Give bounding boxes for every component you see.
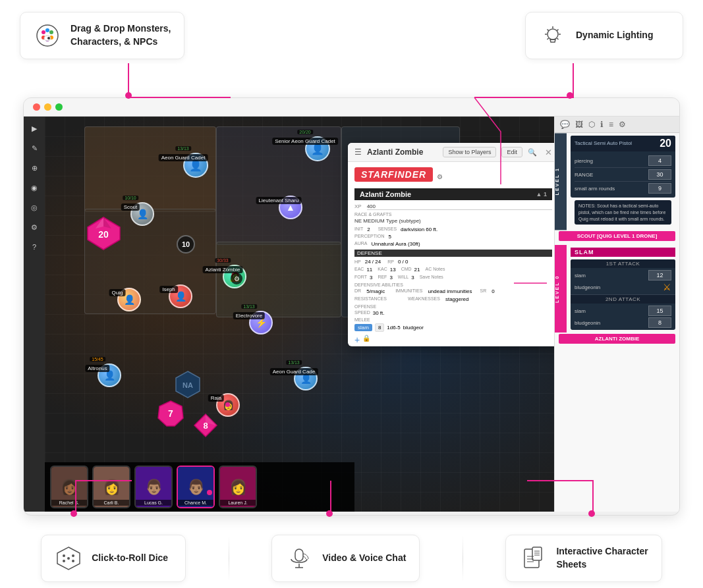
window-minimize-dot[interactable] bbox=[44, 103, 51, 111]
svg-point-33 bbox=[63, 560, 65, 562]
connector-dot-3 bbox=[70, 510, 77, 517]
token-icon: ⬡ bbox=[588, 120, 595, 129]
weapon-details: piercing RANGE small arm rounds bbox=[571, 151, 675, 198]
connector-dot-1 bbox=[125, 92, 132, 99]
divider-1 bbox=[229, 535, 229, 581]
notes-box: NOTES: Scout has a tactical semi-auto pi… bbox=[575, 200, 671, 225]
piercing-input[interactable] bbox=[648, 155, 671, 166]
char-sheet-panel: ☰ Azlanti Zombie Show to Players Edit 🔍 … bbox=[348, 143, 554, 346]
active-player-indicator bbox=[207, 490, 212, 495]
level-0-sidebar: LEVEL 0 bbox=[555, 245, 567, 333]
divider-2 bbox=[463, 535, 463, 581]
svg-text:7: 7 bbox=[168, 408, 173, 419]
dice-icon bbox=[55, 545, 82, 572]
bottom-features-bar: Click-to-Roll Dice Video & Voice Chat bbox=[0, 529, 703, 588]
attack-card: 1st ATTACK slam bludgeonin ⚔ bbox=[571, 259, 675, 330]
scout-drone-badge: SCOUT [QUIG LEVEL 1 DRONE] bbox=[559, 231, 675, 241]
ruler-tool[interactable]: ⊕ bbox=[28, 161, 41, 174]
player-carli[interactable]: 👩 Carli B. bbox=[92, 466, 130, 508]
svg-point-29 bbox=[63, 554, 65, 557]
circle-tool[interactable]: ◉ bbox=[28, 181, 41, 194]
drag-drop-label: Drag & Drop Monsters, Characters, & NPCs bbox=[70, 22, 171, 48]
char-sheet-icon bbox=[519, 545, 547, 572]
first-attack-header: 1st ATTACK bbox=[571, 259, 675, 268]
second-attack-input[interactable] bbox=[648, 306, 671, 316]
svg-line-16 bbox=[557, 38, 558, 40]
dice-d20-1[interactable]: 20 bbox=[86, 215, 122, 252]
left-toolbar: ▶ ✎ ⊕ ◉ ◎ ⚙ ? bbox=[24, 117, 45, 512]
player-rachel[interactable]: 👩🏾 Rachel S. bbox=[50, 466, 88, 508]
svg-point-1 bbox=[42, 30, 45, 34]
char-sheets-label: Interactive CharacterSheets bbox=[556, 545, 648, 571]
char-sheets-feature: Interactive CharacterSheets bbox=[505, 535, 661, 582]
azlanti-attack-section: LEVEL 0 SLAM 1st ATTACK slam bbox=[555, 245, 679, 333]
panel-close-btn[interactable]: ✕ bbox=[545, 147, 552, 157]
dynamic-lighting-label: Dynamic Lighting bbox=[576, 29, 653, 42]
range-input[interactable] bbox=[648, 169, 671, 180]
click-to-roll-label: Click-to-Roll Dice bbox=[92, 552, 168, 565]
lightbulb-icon bbox=[539, 22, 567, 49]
list-icon: ≡ bbox=[609, 120, 613, 129]
settings-tool[interactable]: ⚙ bbox=[28, 221, 41, 234]
azlanti-attack-content: SLAM 1st ATTACK slam bludgeonin bbox=[567, 245, 679, 333]
connector-dot-4 bbox=[326, 510, 333, 517]
svg-line-13 bbox=[548, 30, 549, 31]
panel-title: Azlanti Zombie bbox=[367, 147, 437, 157]
top-features-bar: Drag & Drop Monsters, Characters, & NPCs… bbox=[0, 0, 703, 59]
svg-point-2 bbox=[45, 28, 49, 32]
svg-text:20: 20 bbox=[98, 229, 109, 240]
panel-header: ☰ Azlanti Zombie Show to Players Edit 🔍 … bbox=[348, 143, 554, 162]
svg-point-9 bbox=[548, 29, 558, 40]
video-voice-label: Video & Voice Chat bbox=[322, 552, 406, 565]
scout-drone-content: Tactical Semi Auto Pistol 20 piercing RA… bbox=[567, 133, 679, 230]
scout-drone-section: LEVEL 1 Tactical Semi Auto Pistol 20 pie… bbox=[555, 133, 679, 230]
second-attack-row: slam bludgeonin bbox=[571, 304, 675, 330]
cursor-tool[interactable]: ▶ bbox=[28, 122, 41, 135]
right-panel-header: 💬 🖼 ⬡ ℹ ≡ ⚙ bbox=[555, 117, 679, 133]
target-tool[interactable]: ◎ bbox=[28, 201, 41, 214]
first-attack-input[interactable] bbox=[648, 270, 671, 281]
lock-btn[interactable]: 🔒 bbox=[362, 334, 370, 345]
weapon-value: 20 bbox=[660, 138, 671, 149]
dice-d8-1[interactable]: 8 bbox=[193, 413, 218, 438]
dice-d12-1[interactable]: 7 bbox=[157, 400, 184, 427]
right-panel: 💬 🖼 ⬡ ℹ ≡ ⚙ LEVEL 1 Tactical Semi Auto P… bbox=[554, 117, 679, 512]
add-melee-btn[interactable]: + bbox=[354, 334, 360, 345]
second-dmg-input[interactable] bbox=[648, 317, 671, 328]
ammo-input[interactable] bbox=[648, 183, 671, 194]
help-tool[interactable]: ? bbox=[28, 240, 41, 254]
voice-icon bbox=[285, 545, 313, 572]
sheet-character-name: Azlanti Zombie ▲ 1 bbox=[354, 188, 552, 200]
window-close-dot[interactable] bbox=[33, 103, 40, 111]
svg-rect-38 bbox=[532, 547, 542, 560]
dynamic-lighting-feature: Dynamic Lighting bbox=[525, 12, 683, 59]
svg-text:NA: NA bbox=[183, 381, 193, 389]
slam-header: SLAM bbox=[571, 248, 675, 257]
settings-icon: ⚙ bbox=[619, 120, 626, 129]
edit-btn[interactable]: Edit bbox=[501, 147, 522, 157]
svg-point-3 bbox=[49, 30, 53, 34]
level-1-sidebar: LEVEL 1 bbox=[555, 133, 567, 230]
show-players-btn[interactable]: Show to Players bbox=[443, 147, 496, 157]
weapon-card: Tactical Semi Auto Pistol 20 piercing RA… bbox=[571, 136, 675, 198]
video-voice-feature: Video & Voice Chat bbox=[271, 535, 420, 582]
defense-title: DEFENSE bbox=[354, 250, 552, 257]
starfinder-logo: STARFINDER bbox=[354, 167, 433, 182]
connector-dot-2 bbox=[567, 92, 573, 99]
image-icon: 🖼 bbox=[575, 120, 583, 129]
map-area[interactable]: 10 20 7 8 bbox=[45, 117, 554, 512]
palette-icon bbox=[34, 22, 61, 49]
screenshot-body: ▶ ✎ ⊕ ◉ ◎ ⚙ ? 10 bbox=[24, 117, 679, 512]
info-icon: ℹ bbox=[600, 120, 604, 129]
player-chance[interactable]: 👨🏽 Chance M. bbox=[177, 466, 215, 508]
azlanti-zombie-badge: AZLANTI ZOMBIE bbox=[559, 334, 675, 344]
player-lucas[interactable]: 👨🏽 Lucas G. bbox=[134, 466, 173, 508]
sheet-content: STARFINDER ⚙ Azlanti Zombie ▲ 1 XP 400 R… bbox=[348, 162, 554, 346]
connector-dot-5 bbox=[588, 510, 595, 517]
drag-drop-feature: Drag & Drop Monsters, Characters, & NPCs bbox=[20, 12, 184, 59]
chat-icon: 💬 bbox=[560, 120, 570, 129]
window-maximize-dot[interactable] bbox=[55, 103, 63, 111]
svg-text:8: 8 bbox=[203, 421, 208, 431]
player-lauren[interactable]: 👩 Lauren J. bbox=[219, 466, 257, 508]
draw-tool[interactable]: ✎ bbox=[28, 142, 41, 155]
